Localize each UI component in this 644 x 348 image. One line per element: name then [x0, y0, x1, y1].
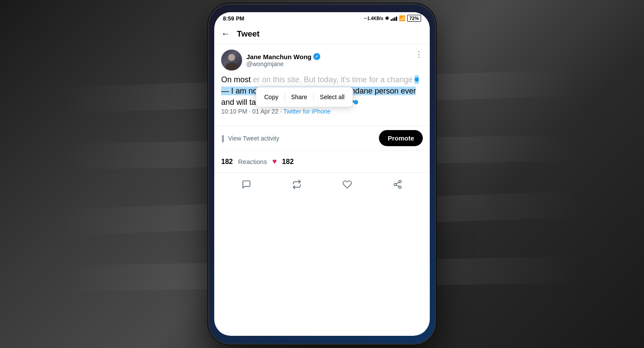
svg-line-4	[396, 182, 399, 184]
retweet-icon	[292, 180, 302, 189]
user-handle: @wongmjane	[246, 60, 320, 67]
battery-icon: 72%	[407, 15, 421, 22]
tweet-text-obscured: er on this site. But today, it's time fo…	[253, 75, 412, 84]
selection-handle-left	[415, 77, 419, 82]
page-title: Tweet	[237, 29, 259, 39]
signal-bars	[391, 16, 397, 21]
wifi-icon: 📶	[399, 15, 405, 21]
verified-badge: ✓	[313, 53, 320, 60]
reactions-count: 182	[221, 158, 233, 166]
avatar-image	[221, 50, 242, 70]
share-button[interactable]: Share	[285, 91, 313, 103]
tweet-text-before: On most	[221, 75, 253, 84]
reactions-bar: 182 Reactions ♥ 182	[214, 151, 430, 173]
share-action-button[interactable]	[389, 176, 406, 193]
reactions-label: Reactions	[238, 158, 267, 165]
reply-button[interactable]	[238, 176, 255, 193]
retweet-button[interactable]	[289, 176, 305, 193]
likes-count: 182	[282, 158, 294, 166]
signal-bar-4	[396, 17, 397, 21]
like-button[interactable]	[339, 176, 355, 193]
copy-button[interactable]: Copy	[258, 91, 285, 103]
tweet-timestamp: 10:10 PM · 01 Apr 22 · Twitter for iPhon…	[221, 108, 423, 115]
reply-icon	[242, 180, 251, 189]
back-button[interactable]: ←	[221, 29, 230, 39]
user-name-block: Jane Manchun Wong ✓ @wongmjane	[246, 53, 320, 67]
promote-button[interactable]: Promote	[379, 130, 423, 146]
tweet-text-container: Copy Share Select all On most er on this…	[221, 74, 423, 115]
phone-container: 8:59 PM ···1.4KB/s ✱ 📶 72% ← Tweet	[209, 4, 435, 344]
signal-bar-3	[394, 17, 395, 21]
svg-line-3	[396, 185, 399, 187]
view-activity-label: View Tweet activity	[228, 135, 279, 142]
activity-bar: ‖ View Tweet activity Promote	[214, 125, 430, 151]
source-link[interactable]: Twitter for iPhone	[283, 108, 331, 115]
signal-bar-2	[392, 18, 394, 21]
chart-icon: ‖	[221, 134, 225, 142]
phone-screen: 8:59 PM ···1.4KB/s ✱ 📶 72% ← Tweet	[214, 12, 430, 336]
view-activity-button[interactable]: ‖ View Tweet activity	[221, 134, 279, 142]
tweet-content: Jane Manchun Wong ✓ @wongmjane ⋮ Copy Sh…	[214, 44, 430, 125]
heart-icon: ♥	[272, 157, 277, 166]
selection-popup: Copy Share Select all	[256, 87, 353, 107]
bluetooth-icon: ✱	[385, 16, 389, 21]
more-options-button[interactable]: ⋮	[415, 50, 423, 59]
network-info: ···1.4KB/s	[364, 16, 383, 21]
status-time: 8:59 PM	[223, 15, 244, 22]
user-name-row: Jane Manchun Wong ✓	[246, 53, 320, 60]
like-icon	[342, 180, 352, 189]
action-bar	[214, 173, 430, 196]
user-info: Jane Manchun Wong ✓ @wongmjane	[221, 50, 320, 70]
selection-handle-right	[354, 100, 358, 104]
select-all-button[interactable]: Select all	[314, 91, 351, 103]
signal-bar-1	[391, 19, 392, 21]
user-row: Jane Manchun Wong ✓ @wongmjane ⋮	[221, 50, 423, 70]
user-name: Jane Manchun Wong	[246, 53, 312, 60]
share-icon	[393, 180, 402, 189]
timestamp-text: 10:10 PM · 01 Apr 22 ·	[221, 108, 283, 115]
battery-level: 72	[409, 16, 415, 21]
avatar[interactable]	[221, 50, 242, 70]
status-bar: 8:59 PM ···1.4KB/s ✱ 📶 72%	[214, 12, 430, 23]
tweet-header-bar: ← Tweet	[214, 23, 430, 44]
status-icons: ···1.4KB/s ✱ 📶 72%	[364, 15, 421, 22]
